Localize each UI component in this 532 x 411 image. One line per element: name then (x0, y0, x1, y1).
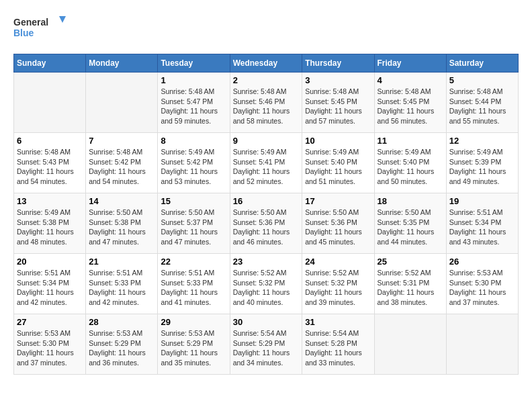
calendar-cell: 25Sunrise: 5:52 AMSunset: 5:31 PMDayligh… (374, 254, 446, 314)
day-info: Sunrise: 5:50 AMSunset: 5:36 PMDaylight:… (233, 208, 300, 247)
day-info: Sunrise: 5:48 AMSunset: 5:46 PMDaylight:… (233, 87, 300, 126)
day-number: 30 (233, 317, 300, 327)
day-info: Sunrise: 5:48 AMSunset: 5:45 PMDaylight:… (305, 87, 371, 126)
day-info: Sunrise: 5:49 AMSunset: 5:41 PMDaylight:… (233, 147, 300, 187)
day-info: Sunrise: 5:48 AMSunset: 5:45 PMDaylight:… (378, 87, 443, 126)
calendar-week-row: 20Sunrise: 5:51 AMSunset: 5:34 PMDayligh… (14, 254, 519, 314)
day-info: Sunrise: 5:49 AMSunset: 5:38 PMDaylight:… (17, 208, 83, 247)
svg-marker-2 (59, 16, 66, 23)
weekday-header: Thursday (302, 54, 374, 73)
weekday-row: SundayMondayTuesdayWednesdayThursdayFrid… (14, 54, 519, 73)
calendar-cell: 11Sunrise: 5:49 AMSunset: 5:40 PMDayligh… (374, 133, 446, 193)
day-info: Sunrise: 5:51 AMSunset: 5:34 PMDaylight:… (449, 208, 515, 247)
calendar-cell: 13Sunrise: 5:49 AMSunset: 5:38 PMDayligh… (14, 193, 86, 254)
day-info: Sunrise: 5:48 AMSunset: 5:44 PMDaylight:… (449, 87, 515, 126)
calendar-week-row: 1Sunrise: 5:48 AMSunset: 5:47 PMDaylight… (14, 73, 519, 133)
day-number: 4 (378, 75, 443, 85)
day-info: Sunrise: 5:54 AMSunset: 5:29 PMDaylight:… (233, 328, 300, 368)
day-info: Sunrise: 5:53 AMSunset: 5:30 PMDaylight:… (449, 268, 515, 308)
calendar-cell: 7Sunrise: 5:48 AMSunset: 5:42 PMDaylight… (86, 133, 158, 193)
day-number: 3 (305, 75, 371, 85)
calendar-cell: 26Sunrise: 5:53 AMSunset: 5:30 PMDayligh… (446, 254, 518, 314)
calendar-cell: 16Sunrise: 5:50 AMSunset: 5:36 PMDayligh… (230, 193, 302, 254)
day-info: Sunrise: 5:49 AMSunset: 5:40 PMDaylight:… (305, 147, 371, 187)
calendar-cell (86, 73, 158, 133)
weekday-header: Monday (86, 54, 158, 73)
calendar-cell (446, 314, 518, 375)
day-number: 28 (89, 317, 154, 327)
calendar-cell: 20Sunrise: 5:51 AMSunset: 5:34 PMDayligh… (14, 254, 86, 314)
calendar-body: 1Sunrise: 5:48 AMSunset: 5:47 PMDaylight… (14, 73, 519, 375)
day-info: Sunrise: 5:49 AMSunset: 5:39 PMDaylight:… (449, 147, 515, 187)
calendar-cell: 1Sunrise: 5:48 AMSunset: 5:47 PMDaylight… (158, 73, 230, 133)
day-info: Sunrise: 5:50 AMSunset: 5:37 PMDaylight:… (161, 208, 226, 247)
day-number: 18 (378, 196, 443, 206)
day-number: 25 (378, 257, 443, 267)
day-number: 29 (161, 317, 226, 327)
day-info: Sunrise: 5:50 AMSunset: 5:36 PMDaylight:… (305, 208, 371, 247)
day-number: 9 (233, 136, 300, 146)
day-info: Sunrise: 5:48 AMSunset: 5:43 PMDaylight:… (17, 147, 83, 187)
day-number: 21 (89, 257, 154, 267)
page-header: General Blue (13, 13, 519, 43)
calendar-cell: 6Sunrise: 5:48 AMSunset: 5:43 PMDaylight… (14, 133, 86, 193)
day-number: 2 (233, 75, 300, 85)
day-info: Sunrise: 5:51 AMSunset: 5:33 PMDaylight:… (161, 268, 226, 308)
calendar-cell: 4Sunrise: 5:48 AMSunset: 5:45 PMDaylight… (374, 73, 446, 133)
day-info: Sunrise: 5:53 AMSunset: 5:29 PMDaylight:… (89, 328, 154, 368)
calendar-cell: 22Sunrise: 5:51 AMSunset: 5:33 PMDayligh… (158, 254, 230, 314)
calendar-cell: 31Sunrise: 5:54 AMSunset: 5:28 PMDayligh… (302, 314, 374, 375)
logo-svg: General Blue (13, 13, 67, 43)
day-number: 1 (161, 75, 226, 85)
calendar-cell: 14Sunrise: 5:50 AMSunset: 5:38 PMDayligh… (86, 193, 158, 254)
day-number: 22 (161, 257, 226, 267)
calendar-cell: 29Sunrise: 5:53 AMSunset: 5:29 PMDayligh… (158, 314, 230, 375)
calendar-header: SundayMondayTuesdayWednesdayThursdayFrid… (14, 54, 519, 73)
calendar-cell (14, 73, 86, 133)
calendar-week-row: 6Sunrise: 5:48 AMSunset: 5:43 PMDaylight… (14, 133, 519, 193)
day-number: 24 (305, 257, 371, 267)
day-info: Sunrise: 5:48 AMSunset: 5:42 PMDaylight:… (89, 147, 154, 187)
calendar-cell (374, 314, 446, 375)
svg-text:Blue: Blue (13, 28, 34, 38)
day-info: Sunrise: 5:50 AMSunset: 5:38 PMDaylight:… (89, 208, 154, 247)
calendar-cell: 24Sunrise: 5:52 AMSunset: 5:32 PMDayligh… (302, 254, 374, 314)
day-number: 16 (233, 196, 300, 206)
weekday-header: Friday (374, 54, 446, 73)
logo: General Blue (13, 13, 67, 43)
calendar-cell: 8Sunrise: 5:49 AMSunset: 5:42 PMDaylight… (158, 133, 230, 193)
day-number: 6 (17, 136, 83, 146)
day-number: 23 (233, 257, 300, 267)
day-number: 7 (89, 136, 154, 146)
weekday-header: Wednesday (230, 54, 302, 73)
weekday-header: Tuesday (158, 54, 230, 73)
day-number: 19 (449, 196, 515, 206)
day-number: 15 (161, 196, 226, 206)
calendar-week-row: 27Sunrise: 5:53 AMSunset: 5:30 PMDayligh… (14, 314, 519, 375)
day-number: 20 (17, 257, 83, 267)
day-info: Sunrise: 5:51 AMSunset: 5:34 PMDaylight:… (17, 268, 83, 308)
weekday-header: Sunday (14, 54, 86, 73)
day-info: Sunrise: 5:49 AMSunset: 5:42 PMDaylight:… (161, 147, 226, 187)
calendar-cell: 27Sunrise: 5:53 AMSunset: 5:30 PMDayligh… (14, 314, 86, 375)
day-number: 10 (305, 136, 371, 146)
day-info: Sunrise: 5:52 AMSunset: 5:32 PMDaylight:… (305, 268, 371, 308)
calendar-cell: 2Sunrise: 5:48 AMSunset: 5:46 PMDaylight… (230, 73, 302, 133)
day-info: Sunrise: 5:51 AMSunset: 5:33 PMDaylight:… (89, 268, 154, 308)
day-info: Sunrise: 5:53 AMSunset: 5:30 PMDaylight:… (17, 328, 83, 368)
day-number: 5 (449, 75, 515, 85)
calendar-cell: 5Sunrise: 5:48 AMSunset: 5:44 PMDaylight… (446, 73, 518, 133)
day-number: 14 (89, 196, 154, 206)
calendar-week-row: 13Sunrise: 5:49 AMSunset: 5:38 PMDayligh… (14, 193, 519, 254)
weekday-header: Saturday (446, 54, 518, 73)
calendar-cell: 3Sunrise: 5:48 AMSunset: 5:45 PMDaylight… (302, 73, 374, 133)
calendar-cell: 12Sunrise: 5:49 AMSunset: 5:39 PMDayligh… (446, 133, 518, 193)
day-info: Sunrise: 5:48 AMSunset: 5:47 PMDaylight:… (161, 87, 226, 126)
calendar-cell: 19Sunrise: 5:51 AMSunset: 5:34 PMDayligh… (446, 193, 518, 254)
calendar-cell: 21Sunrise: 5:51 AMSunset: 5:33 PMDayligh… (86, 254, 158, 314)
day-number: 12 (449, 136, 515, 146)
day-info: Sunrise: 5:50 AMSunset: 5:35 PMDaylight:… (378, 208, 443, 247)
calendar-cell: 23Sunrise: 5:52 AMSunset: 5:32 PMDayligh… (230, 254, 302, 314)
calendar-cell: 10Sunrise: 5:49 AMSunset: 5:40 PMDayligh… (302, 133, 374, 193)
calendar-cell: 28Sunrise: 5:53 AMSunset: 5:29 PMDayligh… (86, 314, 158, 375)
